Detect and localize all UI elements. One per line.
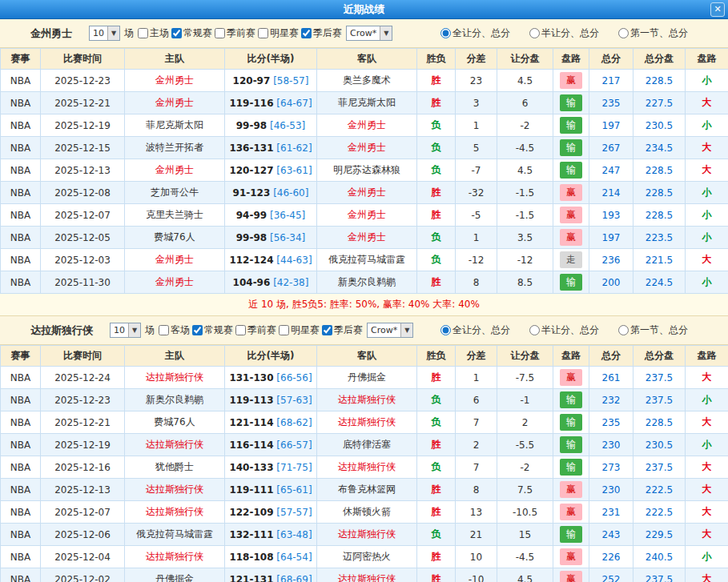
date-cell: 2025-12-19 <box>41 114 125 137</box>
bookmaker-select[interactable]: Crow* ▼ <box>346 26 392 41</box>
home-team-cell: 芝加哥公牛 <box>125 182 225 204</box>
radio-input[interactable] <box>440 28 451 38</box>
filter-checkbox-item[interactable]: 季后赛 <box>322 323 363 337</box>
full-score: 131-130 <box>229 372 273 383</box>
total-cell: 235 <box>589 92 633 114</box>
score-cell: 120-97 [58-57] <box>225 70 317 92</box>
bookmaker-select[interactable]: Crow* ▼ <box>367 323 413 338</box>
ou-cell: 小 <box>686 434 728 456</box>
filter-checkbox-item[interactable]: 季前赛 <box>235 323 276 337</box>
total-line-cell: 228.5 <box>633 159 686 182</box>
games-count-select[interactable]: 10 ▼ <box>89 26 120 41</box>
date-cell: 2025-12-06 <box>41 524 125 546</box>
table-row: NBA2025-12-06俄克拉荷马城雷霆132-111 [63-48]达拉斯独… <box>1 524 728 546</box>
checkbox-input[interactable] <box>235 325 246 335</box>
odds-type-radio[interactable]: 全让分、总分 <box>440 26 510 40</box>
result-cell: 负 <box>417 411 456 434</box>
handicap-cell: 3.5 <box>497 227 553 249</box>
result-cell: 负 <box>417 227 456 249</box>
odds-type-radio[interactable]: 半让分、总分 <box>529 26 599 40</box>
handicap-result-cell: 输 <box>553 411 589 434</box>
away-team-cell: 明尼苏达森林狼 <box>317 159 417 182</box>
home-team-cell: 丹佛掘金 <box>125 568 225 582</box>
league-cell: NBA <box>1 159 41 182</box>
total-cell: 232 <box>589 389 633 411</box>
games-count-select[interactable]: 10 ▼ <box>110 323 141 338</box>
radio-input[interactable] <box>529 325 540 335</box>
checkbox-input[interactable] <box>279 325 289 335</box>
score-cell: 132-111 [63-48] <box>225 524 317 546</box>
handicap-cell: -1 <box>497 389 553 411</box>
home-team-cell: 达拉斯独行侠 <box>125 434 225 456</box>
result-cell: 胜 <box>417 568 456 582</box>
checkbox-input[interactable] <box>301 28 312 38</box>
column-header: 客队 <box>317 49 417 70</box>
filter-checkbox-item[interactable]: 客场 <box>159 323 190 337</box>
column-header: 盘路 <box>686 49 728 70</box>
total-line-cell: 234.5 <box>633 137 686 159</box>
radio-input[interactable] <box>618 325 629 335</box>
checkbox-input[interactable] <box>322 325 332 335</box>
filter-checkbox-item[interactable]: 主场 <box>138 26 169 40</box>
checkbox-input[interactable] <box>192 325 203 335</box>
total-line-cell: 237.5 <box>633 568 686 582</box>
table-row: NBA2025-12-05费城76人99-98 [56-34]金州勇士负13.5… <box>1 227 728 249</box>
column-header: 比分(半场) <box>225 49 317 70</box>
score-cell: 116-114 [66-57] <box>225 434 317 456</box>
table-row: NBA2025-12-02丹佛掘金121-131 [68-69]达拉斯独行侠胜-… <box>1 568 728 582</box>
checkbox-label: 明星赛 <box>291 323 320 337</box>
diff-cell: -5 <box>456 204 497 227</box>
radio-input[interactable] <box>529 28 540 38</box>
filter-checkbox-item[interactable]: 明星赛 <box>258 26 299 40</box>
half-score: [58-57] <box>273 75 308 86</box>
handicap-result-badge: 赢 <box>560 369 582 386</box>
filter-checkbox-item[interactable]: 季前赛 <box>215 26 255 40</box>
diff-cell: 7 <box>456 411 497 434</box>
column-header: 客队 <box>317 346 417 367</box>
ou-cell: 小 <box>686 182 728 204</box>
home-team-cell: 波特兰开拓者 <box>125 137 225 159</box>
full-score: 122-109 <box>229 507 273 518</box>
score-cell: 119-111 [65-61] <box>225 479 317 501</box>
odds-type-radio[interactable]: 第一节、总分 <box>618 26 688 40</box>
score-cell: 112-124 [44-63] <box>225 249 317 271</box>
filter-checkbox-item[interactable]: 明星赛 <box>279 323 320 337</box>
result-cell: 胜 <box>417 271 456 294</box>
checkbox-input[interactable] <box>171 28 182 38</box>
away-team-cell: 俄克拉荷马城雷霆 <box>317 249 417 271</box>
filter-bar: 达拉斯独行侠 10 ▼ 场 客场常规赛季前赛明星赛季后赛 Crow* ▼ 全让分… <box>0 316 728 345</box>
odds-type-radio[interactable]: 全让分、总分 <box>440 323 510 337</box>
odds-type-radio[interactable]: 半让分、总分 <box>529 323 599 337</box>
checkbox-input[interactable] <box>138 28 148 38</box>
half-score: [64-54] <box>276 552 312 563</box>
score-cell: 121-131 [68-69] <box>225 568 317 582</box>
league-cell: NBA <box>1 114 41 137</box>
handicap-cell: -2 <box>497 456 553 479</box>
table-row: NBA2025-12-21费城76人121-114 [68-62]达拉斯独行侠负… <box>1 411 728 434</box>
handicap-result-badge: 输 <box>560 526 582 543</box>
total-cell: 197 <box>589 114 633 137</box>
close-icon[interactable]: ✕ <box>710 2 725 17</box>
full-score: 121-114 <box>229 417 273 428</box>
handicap-result-cell: 赢 <box>553 204 589 227</box>
half-score: [46-60] <box>273 187 308 199</box>
checkbox-input[interactable] <box>215 28 225 38</box>
handicap-result-badge: 赢 <box>560 229 582 246</box>
away-team-cell: 迈阿密热火 <box>317 546 417 568</box>
odds-type-radio[interactable]: 第一节、总分 <box>618 323 688 337</box>
column-header: 总分盘 <box>633 49 686 70</box>
filter-checkbox-item[interactable]: 常规赛 <box>171 26 212 40</box>
radio-input[interactable] <box>618 28 629 38</box>
checkbox-input[interactable] <box>159 325 169 335</box>
checkbox-input[interactable] <box>258 28 268 38</box>
diff-cell: -7 <box>456 159 497 182</box>
half-score: [66-56] <box>276 372 312 383</box>
score-cell: 120-127 [63-61] <box>225 159 317 182</box>
radio-input[interactable] <box>440 325 451 335</box>
away-team-cell: 丹佛掘金 <box>317 367 417 389</box>
full-score: 121-131 <box>229 574 273 582</box>
score-cell: 99-98 [56-34] <box>225 227 317 249</box>
column-header: 赛事 <box>1 346 41 367</box>
filter-checkbox-item[interactable]: 季后赛 <box>301 26 342 40</box>
filter-checkbox-item[interactable]: 常规赛 <box>192 323 233 337</box>
